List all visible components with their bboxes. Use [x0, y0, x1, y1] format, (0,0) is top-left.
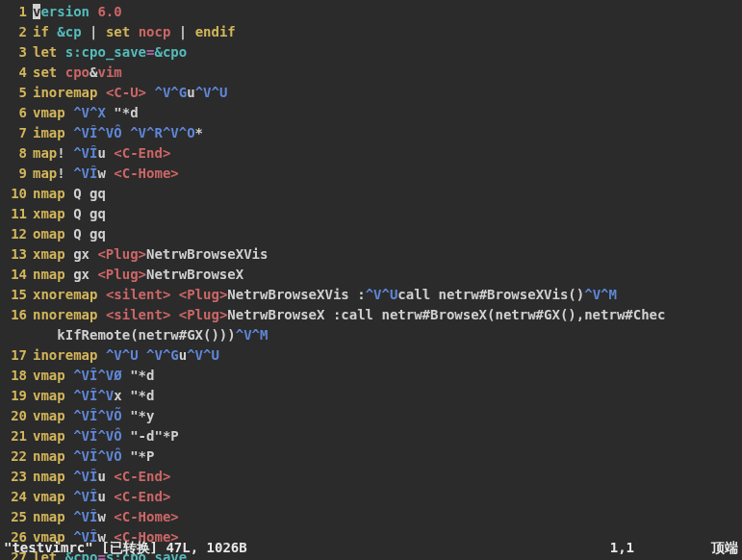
code-line[interactable]: 7imap ^VÎ^VÔ ^V^R^V^O*: [0, 123, 742, 143]
code-content: omap Q gq: [33, 224, 742, 244]
line-number: 5: [0, 83, 33, 103]
code-content: nnoremap <silent> <Plug>NetrwBrowseX :ca…: [33, 305, 742, 325]
code-content: nmap ^VÎ^VÔ "*P: [33, 446, 742, 467]
status-scroll: 顶端: [711, 538, 738, 558]
line-number: 16: [0, 305, 33, 325]
line-number: 10: [0, 184, 33, 204]
code-line[interactable]: 17inoremap ^V^U ^V^Gu^V^U: [0, 345, 742, 366]
code-content: version 6.0: [33, 2, 742, 22]
line-number: 18: [0, 366, 33, 386]
code-content: nmap ^VÎu <C-End>: [33, 467, 742, 487]
line-number: 1: [0, 2, 33, 22]
code-line[interactable]: 22nmap ^VÎ^VÔ "*P: [0, 446, 742, 467]
code-line[interactable]: 9map! ^VÎw <C-Home>: [0, 164, 742, 184]
line-number: 11: [0, 204, 33, 224]
code-content: xnoremap <silent> <Plug>NetrwBrowseXVis …: [33, 285, 742, 305]
line-number: 7: [0, 123, 33, 143]
code-line[interactable]: 11xmap Q gq: [0, 204, 742, 224]
code-line[interactable]: 14nmap gx <Plug>NetrwBrowseX: [0, 265, 742, 285]
code-content: kIfRemote(netrw#GX()))^V^M: [33, 325, 742, 345]
code-line[interactable]: 4set cpo&vim: [0, 63, 742, 83]
code-content: vmap ^VÎu <C-End>: [33, 487, 742, 507]
code-line[interactable]: 2if &cp | set nocp | endif: [0, 22, 742, 42]
code-line[interactable]: 10nmap Q gq: [0, 184, 742, 204]
code-content: vmap ^VÎ^Vx "*d: [33, 386, 742, 406]
line-number: 24: [0, 487, 33, 507]
code-line[interactable]: 20vmap ^VÎ^VÕ "*y: [0, 406, 742, 426]
code-content: map! ^VÎu <C-End>: [33, 143, 742, 164]
line-number: 15: [0, 285, 33, 305]
code-content: vmap ^VÎ^VÕ "*y: [33, 406, 742, 426]
line-number: 22: [0, 446, 33, 467]
code-line[interactable]: 8map! ^VÎu <C-End>: [0, 143, 742, 164]
line-number: 8: [0, 143, 33, 164]
line-number: 12: [0, 224, 33, 244]
code-content: vmap ^VÎ^VØ "*d: [33, 366, 742, 386]
code-line[interactable]: 12omap Q gq: [0, 224, 742, 244]
line-number: 21: [0, 426, 33, 446]
line-number: 20: [0, 406, 33, 426]
line-number: 3: [0, 42, 33, 63]
code-line[interactable]: 23nmap ^VÎu <C-End>: [0, 467, 742, 487]
code-content: imap ^VÎ^VÔ ^V^R^V^O*: [33, 123, 742, 143]
line-number: 25: [0, 507, 33, 527]
code-line[interactable]: 6vmap ^V^X "*d: [0, 103, 742, 123]
status-line: "testvimrc" [已转换] 47L, 1026B 1,1 顶端: [0, 538, 742, 560]
line-number: 14: [0, 265, 33, 285]
cursor: v: [33, 4, 40, 19]
code-line[interactable]: 16nnoremap <silent> <Plug>NetrwBrowseX :…: [0, 305, 742, 325]
code-line[interactable]: kIfRemote(netrw#GX()))^V^M: [0, 325, 742, 345]
code-content: xmap gx <Plug>NetrwBrowseXVis: [33, 244, 742, 265]
editor-area[interactable]: 1version 6.02if &cp | set nocp | endif3l…: [0, 0, 742, 560]
code-content: nmap Q gq: [33, 184, 742, 204]
code-content: set cpo&vim: [33, 63, 742, 83]
line-number: 4: [0, 63, 33, 83]
code-line[interactable]: 25nmap ^VÎw <C-Home>: [0, 507, 742, 527]
code-content: let s:cpo_save=&cpo: [33, 42, 742, 63]
line-number: 2: [0, 22, 33, 42]
line-number: [0, 325, 33, 345]
code-line[interactable]: 19vmap ^VÎ^Vx "*d: [0, 386, 742, 406]
status-cursor-pos: 1,1: [610, 538, 634, 558]
code-line[interactable]: 21vmap ^VÎ^VÔ "-d"*P: [0, 426, 742, 446]
code-line[interactable]: 13xmap gx <Plug>NetrwBrowseXVis: [0, 244, 742, 265]
code-line[interactable]: 15xnoremap <silent> <Plug>NetrwBrowseXVi…: [0, 285, 742, 305]
code-content: if &cp | set nocp | endif: [33, 22, 742, 42]
code-content: nmap gx <Plug>NetrwBrowseX: [33, 265, 742, 285]
line-number: 17: [0, 345, 33, 366]
code-line[interactable]: 24vmap ^VÎu <C-End>: [0, 487, 742, 507]
code-line[interactable]: 1version 6.0: [0, 2, 742, 22]
code-content: map! ^VÎw <C-Home>: [33, 164, 742, 184]
line-number: 19: [0, 386, 33, 406]
code-content: nmap ^VÎw <C-Home>: [33, 507, 742, 527]
status-filename: "testvimrc" [已转换] 47L, 1026B: [4, 538, 610, 558]
code-content: vmap ^VÎ^VÔ "-d"*P: [33, 426, 742, 446]
code-line[interactable]: 5inoremap <C-U> ^V^Gu^V^U: [0, 83, 742, 103]
code-content: xmap Q gq: [33, 204, 742, 224]
code-line[interactable]: 18vmap ^VÎ^VØ "*d: [0, 366, 742, 386]
line-number: 9: [0, 164, 33, 184]
code-content: vmap ^V^X "*d: [33, 103, 742, 123]
code-line[interactable]: 3let s:cpo_save=&cpo: [0, 42, 742, 63]
line-number: 13: [0, 244, 33, 265]
line-number: 23: [0, 467, 33, 487]
code-content: inoremap ^V^U ^V^Gu^V^U: [33, 345, 742, 366]
code-content: inoremap <C-U> ^V^Gu^V^U: [33, 83, 742, 103]
line-number: 6: [0, 103, 33, 123]
